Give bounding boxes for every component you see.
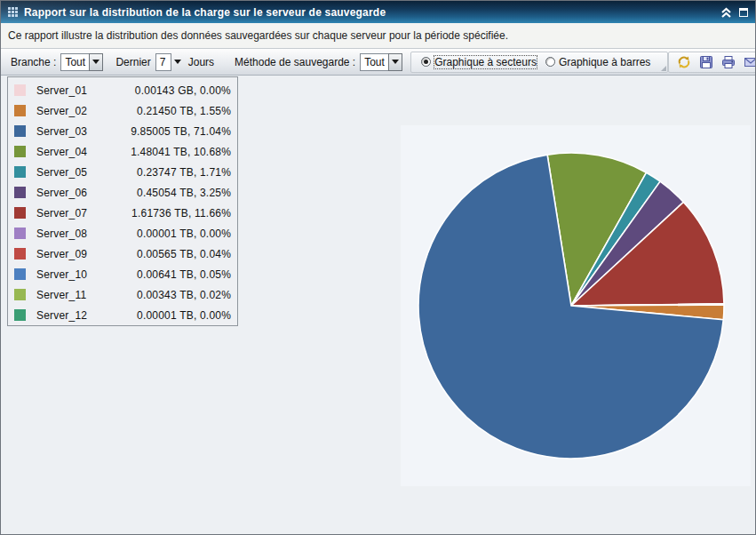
legend-value: 0.00641 TB, 0.05%: [137, 268, 231, 281]
legend-item: Server_090.00565 TB, 0.04%: [8, 244, 237, 264]
legend-value: 1.61736 TB, 11.66%: [131, 207, 231, 220]
legend-item: Server_060.45054 TB, 3.25%: [8, 182, 237, 203]
legend-swatch: [14, 187, 26, 198]
legend-item: Server_100.00641 TB, 0.05%: [8, 264, 237, 284]
radio-bar-chart[interactable]: Graphique à barres: [545, 56, 650, 68]
grid-icon: [8, 7, 18, 17]
legend-swatch: [14, 166, 26, 178]
branch-label: Branche :: [11, 56, 56, 68]
refresh-icon[interactable]: [676, 54, 692, 70]
legend-item: Server_020.21450 TB, 1.55%: [8, 100, 237, 121]
legend: Server_010.00143 GB, 0.00%Server_020.214…: [7, 76, 238, 326]
title-bar: Rapport sur la distribution de la charge…: [1, 1, 755, 23]
report-window: Rapport sur la distribution de la charge…: [0, 0, 756, 535]
legend-swatch: [14, 309, 26, 321]
email-icon[interactable]: [743, 54, 756, 70]
branch-dropdown-value[interactable]: Tout: [60, 53, 89, 71]
report-description: Ce rapport illustre la distribution des …: [1, 23, 755, 49]
radio-selected-icon[interactable]: [421, 57, 431, 67]
legend-value: 0.45054 TB, 3.25%: [137, 187, 231, 199]
pie-chart[interactable]: [416, 150, 727, 461]
toolbar: Branche : Tout Dernier 7 Jours Méthode d…: [1, 49, 755, 76]
legend-label: Server_08: [36, 228, 87, 240]
legend-swatch: [14, 207, 26, 219]
radio-pie-label[interactable]: Graphique à secteurs: [434, 56, 537, 68]
legend-value: 0.00143 GB, 0.00%: [135, 84, 231, 97]
legend-item: Server_050.23747 TB, 1.71%: [8, 162, 237, 182]
legend-label: Server_12: [36, 309, 87, 322]
legend-swatch: [14, 268, 26, 280]
legend-swatch: [14, 84, 26, 96]
actions-group: [668, 52, 756, 73]
print-icon[interactable]: [720, 54, 736, 70]
branch-dropdown[interactable]: Tout: [60, 53, 103, 71]
legend-item: Server_120.00001 TB, 0.00%: [8, 305, 237, 325]
legend-swatch: [14, 146, 26, 157]
legend-item: Server_110.00343 TB, 0.02%: [8, 284, 237, 305]
legend-swatch: [14, 125, 26, 137]
legend-item: Server_071.61736 TB, 11.66%: [8, 203, 237, 223]
last-label: Dernier: [115, 56, 150, 68]
legend-swatch: [14, 228, 26, 239]
days-input[interactable]: 7: [155, 53, 171, 71]
legend-value: 0.00565 TB, 0.04%: [137, 248, 231, 260]
chart-type-group: Graphique à secteurs Graphique à barres: [410, 52, 668, 73]
legend-label: Server_03: [36, 125, 87, 138]
days-label: Jours: [188, 56, 214, 68]
method-dropdown[interactable]: Tout: [360, 53, 402, 71]
chevron-down-icon[interactable]: [388, 53, 402, 71]
legend-item: Server_010.00143 GB, 0.00%: [8, 80, 237, 100]
legend-swatch: [14, 248, 26, 260]
legend-item: Server_041.48041 TB, 10.68%: [8, 141, 237, 162]
legend-value: 0.00343 TB, 0.02%: [137, 289, 231, 301]
legend-label: Server_05: [36, 166, 87, 179]
method-dropdown-value[interactable]: Tout: [360, 53, 388, 71]
legend-value: 1.48041 TB, 10.68%: [131, 146, 231, 158]
legend-item: Server_080.00001 TB, 0.00%: [8, 223, 237, 244]
legend-label: Server_07: [36, 207, 87, 220]
legend-label: Server_06: [36, 187, 87, 199]
legend-value: 0.21450 TB, 1.55%: [137, 105, 231, 117]
legend-value: 0.00001 TB, 0.00%: [137, 228, 231, 240]
legend-label: Server_10: [36, 268, 87, 281]
legend-swatch: [14, 105, 26, 116]
window-title: Rapport sur la distribution de la charge…: [24, 6, 720, 19]
legend-label: Server_01: [36, 84, 87, 97]
radio-bar-label[interactable]: Graphique à barres: [559, 56, 650, 68]
maximize-icon[interactable]: [739, 8, 748, 17]
collapse-icon[interactable]: [720, 7, 732, 18]
legend-label: Server_09: [36, 248, 87, 260]
content-area: Server_010.00143 GB, 0.00%Server_020.214…: [1, 76, 755, 534]
legend-swatch: [14, 289, 26, 300]
legend-value: 9.85005 TB, 71.04%: [131, 125, 231, 138]
legend-label: Server_02: [36, 105, 87, 117]
description-text: Ce rapport illustre la distribution des …: [8, 29, 508, 42]
legend-value: 0.00001 TB, 0.00%: [137, 309, 231, 322]
days-dropdown-icon[interactable]: [171, 60, 184, 64]
radio-pie-chart[interactable]: Graphique à secteurs: [421, 56, 537, 68]
radio-unselected-icon[interactable]: [545, 57, 555, 67]
legend-label: Server_11: [36, 289, 86, 301]
save-icon[interactable]: [698, 54, 714, 70]
legend-item: Server_039.85005 TB, 71.04%: [8, 121, 237, 141]
panel-grip: [661, 66, 666, 71]
chevron-down-icon[interactable]: [89, 53, 103, 71]
legend-value: 0.23747 TB, 1.71%: [137, 166, 231, 179]
legend-label: Server_04: [36, 146, 87, 158]
method-label: Méthode de sauvegarde :: [235, 56, 355, 68]
